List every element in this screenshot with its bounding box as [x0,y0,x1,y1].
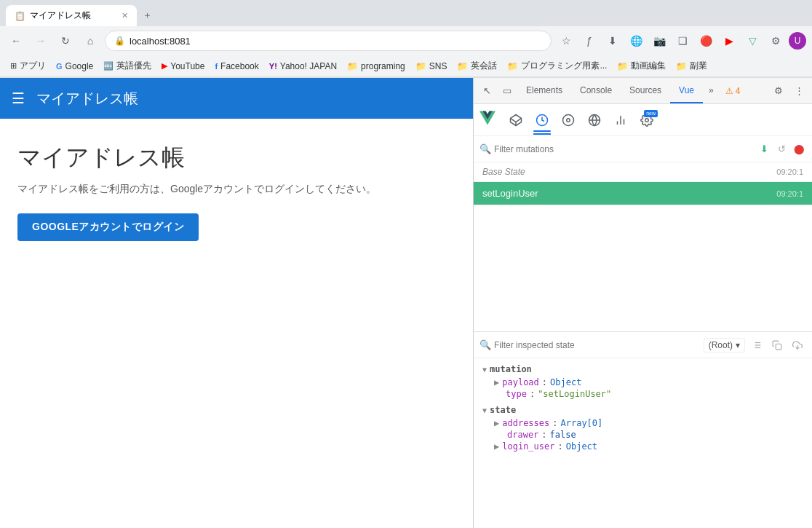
bookmark-yahoo[interactable]: Y! Yahoo! JAPAN [265,59,341,74]
drawer-value: false [550,430,576,440]
facebook-icon: f [215,62,218,71]
new-tab-btn[interactable]: ＋ [137,4,158,26]
tab-console[interactable]: Console [571,78,621,103]
mutation-name: setLoginUser [482,188,538,199]
apps-icon: ⊞ [10,61,17,71]
state-filter-bar: 🔍 (Root) ▾ [474,332,812,358]
bookmark-fukugyou[interactable]: 📁 副業 [672,58,712,74]
devtools-warning[interactable]: ⚠ 4 [720,86,747,96]
vue-routing-btn[interactable] [583,109,606,132]
ext7-icon[interactable]: ▶ [719,31,739,51]
vue-events-btn[interactable] [557,109,580,132]
ext1-icon[interactable]: ƒ [579,31,600,51]
drawer-row: drawer : false [494,430,803,440]
svg-point-3 [563,114,574,125]
filter-clear-icon[interactable]: ↺ [774,142,789,157]
ext4-icon[interactable]: 📷 [649,31,669,51]
back-btn[interactable]: ← [6,31,26,51]
bookmark-apps-label: アプリ [20,60,46,72]
active-tab[interactable]: 📋 マイアドレス帳 ✕ [6,5,137,26]
bookmark-youtube-label: YouTube [170,61,204,71]
mutation-section-name: mutation [490,364,532,374]
addresses-expand-icon: ▶ [494,418,499,428]
state-sort-btn[interactable] [748,336,765,354]
bookmark-programing[interactable]: 📁 programing [343,59,410,74]
ext2-icon[interactable]: ⬇ [602,31,623,51]
bookmark-youtube[interactable]: ▶ YouTube [157,59,209,74]
sns-icon: 📁 [415,61,426,71]
vue-performance-btn[interactable] [609,109,632,132]
devtools-tab-bar: ↖ ▭ Elements Console Sources Vue » ⚠ 4 ⚙… [474,78,812,104]
state-copy-btn[interactable] [768,336,786,354]
mutation-section-header[interactable]: ▼ mutation [482,364,803,374]
vue-logo [479,110,495,130]
star-icon[interactable]: ☆ [556,31,576,51]
ext9-icon[interactable]: ⚙ [765,31,786,51]
state-export-btn[interactable] [789,336,806,354]
tab-more[interactable]: » [703,78,720,103]
ext5-icon[interactable]: ❑ [672,31,693,51]
ext3-icon[interactable]: 🌐 [626,31,646,51]
warning-count: 4 [736,86,741,96]
bookmark-eikaiwa[interactable]: 📁 英会話 [453,58,501,74]
main-area: ☰ マイアドレス帳 マイアドレス帳 マイアドレス帳をご利用の方は、Googleア… [0,78,812,528]
filter-stop-icon[interactable]: ⬤ [792,142,806,157]
bookmark-sns[interactable]: 📁 SNS [411,59,452,74]
bookmark-eigo-label: 英語優先 [116,60,151,72]
prog-yougo-icon: 📁 [507,61,518,71]
bookmark-programing-label: programing [361,61,405,71]
bookmark-yahoo-label: Yahoo! JAPAN [280,61,337,71]
home-btn[interactable]: ⌂ [80,31,100,51]
vue-settings-btn[interactable]: new [635,109,658,132]
bookmark-eigo[interactable]: 🔤 英語優先 [99,58,156,74]
bookmark-facebook[interactable]: f Facebook [210,59,263,74]
bookmark-prog-yougo-label: プログラミング用素... [521,60,607,72]
bookmark-apps[interactable]: ⊞ アプリ [6,58,50,74]
profile-icon[interactable]: U [789,32,806,50]
forward-btn[interactable]: → [31,31,51,51]
vue-toolbar: new [474,104,812,136]
state-section-header[interactable]: ▼ state [482,405,803,415]
devtools-settings-icon[interactable]: ⚙ [768,81,789,101]
state-tree: ▼ mutation ▶ payload : Object type : "se… [474,358,812,528]
hamburger-icon[interactable]: ☰ [12,90,25,107]
root-selector[interactable]: (Root) ▾ [704,338,745,352]
reload-btn[interactable]: ↻ [55,31,76,51]
tab-elements[interactable]: Elements [517,78,571,103]
vue-vuex-btn[interactable] [530,109,554,132]
fukugyou-icon: 📁 [676,61,687,71]
devtools-more-icon[interactable]: ⋮ [789,81,809,101]
tab-title: マイアドレス帳 [30,9,91,22]
devtools-device-icon[interactable]: ▭ [497,81,517,101]
mutation-item-setloginuser[interactable]: setLoginUser 09:20:1 [474,182,812,205]
state-section: ▼ state ▶ addresses : Array[0] drawer : … [482,405,803,452]
mutation-payload-row[interactable]: ▶ payload : Object [494,377,803,387]
app-content: ☰ マイアドレス帳 マイアドレス帳 マイアドレス帳をご利用の方は、Googleア… [0,78,473,528]
base-state-time: 09:20:1 [776,168,803,176]
filter-export-icon[interactable]: ⬇ [757,142,771,157]
tab-sources[interactable]: Sources [621,78,670,103]
login-user-row[interactable]: ▶ login_user : Object [494,441,803,452]
chevron-down-icon: ▾ [736,340,740,350]
bottom-panel: 🔍 (Root) ▾ [474,331,812,528]
bookmark-douga[interactable]: 📁 動画編集 [613,58,670,74]
bookmark-sns-label: SNS [429,61,447,71]
vue-components-btn[interactable] [504,109,528,132]
eigo-icon: 🔤 [103,61,114,71]
bookmark-prog-yougo[interactable]: 📁 プログラミング用素... [503,58,611,74]
mutation-section: ▼ mutation ▶ payload : Object type : "se… [482,364,803,399]
address-text: localhost:8081 [130,36,542,47]
bookmark-google[interactable]: G Google [52,59,97,74]
devtools-cursor-icon[interactable]: ↖ [477,81,497,101]
address-bar[interactable]: 🔒 localhost:8081 [105,31,552,51]
bookmark-facebook-label: Facebook [220,61,259,71]
ext6-icon[interactable]: 🔴 [696,31,716,51]
state-filter-input[interactable] [494,340,701,350]
mutation-base-state[interactable]: Base State 09:20:1 [474,162,812,182]
ext8-icon[interactable]: ▽ [742,31,763,51]
tab-close[interactable]: ✕ [122,11,128,20]
addresses-row[interactable]: ▶ addresses : Array[0] [494,418,803,428]
filter-mutations-input[interactable] [494,144,754,154]
google-login-button[interactable]: GOOGLEアカウントでログイン [17,213,199,241]
tab-vue[interactable]: Vue [670,78,703,103]
